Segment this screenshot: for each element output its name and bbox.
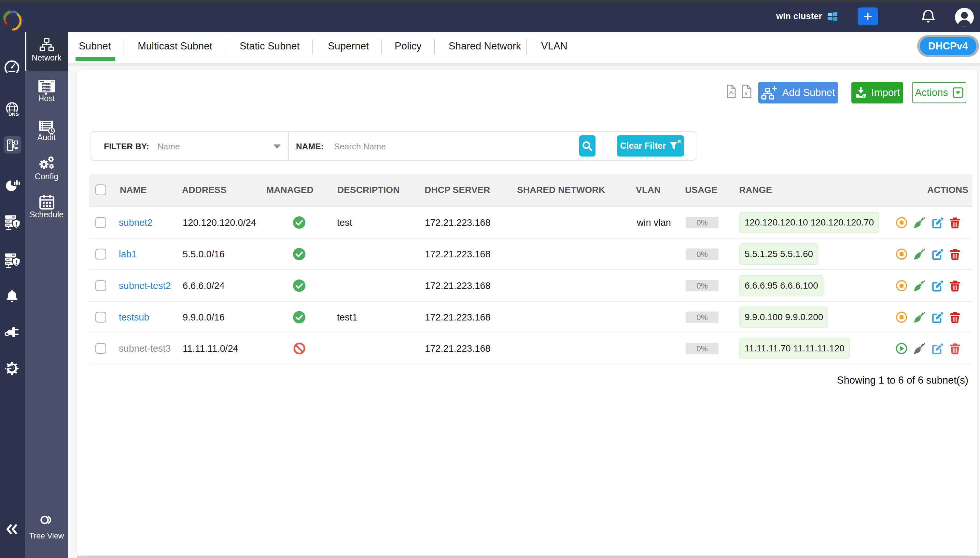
svg-text:DNS: DNS bbox=[8, 111, 19, 117]
svg-text:x: x bbox=[745, 90, 748, 97]
